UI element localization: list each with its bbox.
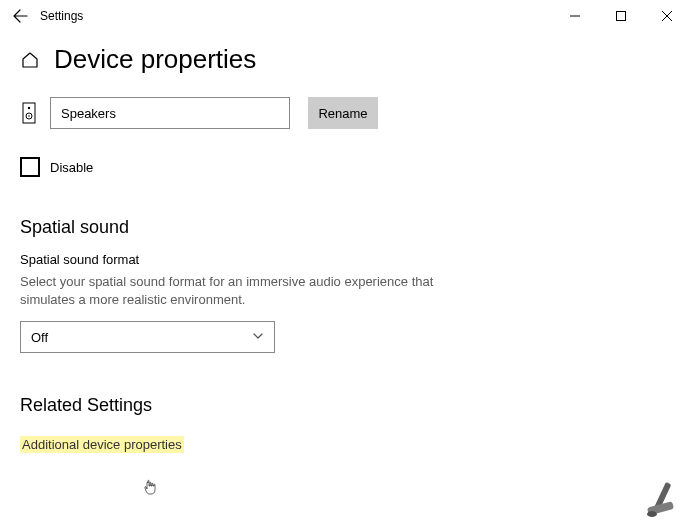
svg-rect-6 bbox=[647, 501, 674, 515]
device-name-input[interactable] bbox=[50, 97, 290, 129]
speaker-icon bbox=[20, 102, 38, 124]
disable-checkbox[interactable] bbox=[20, 157, 40, 177]
close-icon bbox=[662, 11, 672, 21]
minimize-icon bbox=[570, 11, 580, 21]
content-area: Device properties Rename Disable Spatial… bbox=[0, 32, 690, 453]
back-button[interactable] bbox=[8, 4, 32, 28]
window-controls bbox=[552, 0, 690, 32]
chevron-down-icon bbox=[252, 330, 264, 345]
spatial-format-desc: Select your spatial sound format for an … bbox=[20, 273, 440, 309]
maximize-button[interactable] bbox=[598, 0, 644, 32]
additional-properties-link[interactable]: Additional device properties bbox=[20, 436, 184, 453]
titlebar: Settings bbox=[0, 0, 690, 32]
disable-row: Disable bbox=[20, 157, 670, 177]
page-header: Device properties bbox=[20, 44, 670, 75]
home-icon bbox=[20, 50, 40, 70]
page-title: Device properties bbox=[54, 44, 256, 75]
cursor-hand-icon bbox=[142, 478, 158, 496]
device-name-row: Rename bbox=[20, 97, 670, 129]
spatial-section-title: Spatial sound bbox=[20, 217, 670, 238]
spatial-format-label: Spatial sound format bbox=[20, 252, 670, 267]
close-button[interactable] bbox=[644, 0, 690, 32]
svg-point-7 bbox=[647, 511, 657, 517]
maximize-icon bbox=[616, 11, 626, 21]
minimize-button[interactable] bbox=[552, 0, 598, 32]
arrow-left-icon bbox=[12, 8, 28, 24]
home-button[interactable] bbox=[20, 50, 40, 70]
svg-point-4 bbox=[28, 115, 30, 117]
svg-rect-5 bbox=[654, 482, 671, 510]
watermark-icon bbox=[638, 476, 686, 524]
rename-button[interactable]: Rename bbox=[308, 97, 378, 129]
window-title: Settings bbox=[40, 9, 83, 23]
related-section-title: Related Settings bbox=[20, 395, 670, 416]
spatial-format-dropdown[interactable]: Off bbox=[20, 321, 275, 353]
svg-point-2 bbox=[28, 107, 30, 109]
disable-label: Disable bbox=[50, 160, 93, 175]
dropdown-value: Off bbox=[31, 330, 48, 345]
svg-rect-0 bbox=[617, 12, 626, 21]
